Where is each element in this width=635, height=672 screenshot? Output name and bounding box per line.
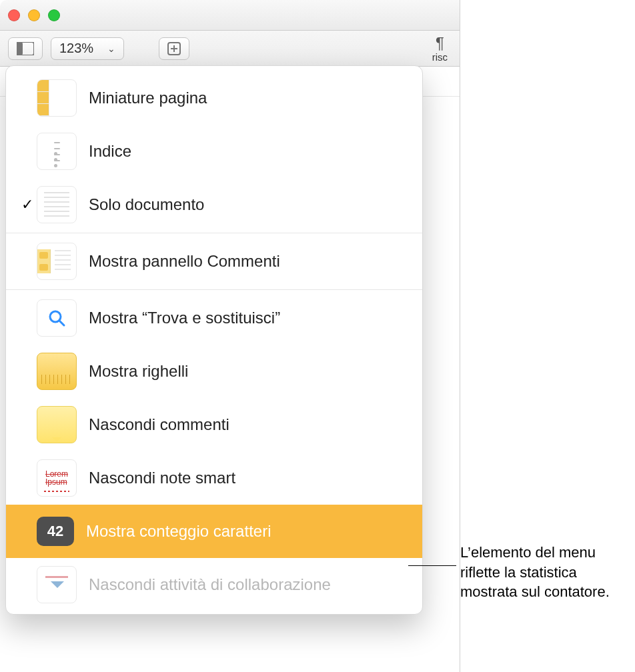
menu-label: Indice — [89, 142, 410, 161]
menu-item-hide-comments[interactable]: Nascondi commenti — [6, 398, 422, 451]
collaboration-icon — [37, 566, 77, 603]
menu-item-show-comments-panel[interactable]: Mostra pannello Commenti — [6, 235, 422, 288]
traffic-lights — [8, 9, 60, 21]
ruler-icon — [37, 353, 77, 390]
search-icon — [37, 299, 77, 337]
menu-divider — [6, 233, 422, 233]
thumbnails-icon — [37, 79, 77, 117]
zoom-value: 123% — [59, 41, 93, 56]
toolbar: 123% ⌄ ¶ risc — [0, 31, 460, 67]
menu-label: Nascondi note smart — [89, 469, 410, 487]
menu-item-table-of-contents[interactable]: Indice — [6, 125, 422, 178]
svg-rect-1 — [17, 42, 23, 55]
sticky-note-icon — [37, 406, 77, 443]
menu-divider — [6, 289, 422, 290]
menu-item-show-character-count[interactable]: 42 Mostra conteggio caratteri — [6, 505, 422, 558]
menu-label: Mostra pannello Commenti — [89, 252, 410, 271]
menu-label: Nascondi attività di collaborazione — [89, 575, 410, 594]
smart-annotations-icon: LoremIpsum — [37, 459, 77, 497]
menu-label: Miniature pagina — [89, 89, 410, 107]
menu-label: Mostra conteggio caratteri — [86, 522, 410, 541]
menu-label: Mostra “Trova e sostituisci” — [89, 309, 410, 327]
view-menu-button[interactable] — [8, 37, 43, 60]
zoom-selector[interactable]: 123% ⌄ — [51, 37, 124, 60]
menu-item-hide-collaboration-activity: Nascondi attività di collaborazione — [6, 558, 422, 611]
view-menu-popover: Miniature pagina Indice ✓ Solo documento… — [5, 65, 423, 615]
close-window-button[interactable] — [8, 9, 20, 21]
fullscreen-window-button[interactable] — [48, 9, 60, 21]
document-icon — [37, 186, 77, 223]
paragraph-button[interactable]: ¶ risc — [432, 34, 452, 63]
comments-panel-icon — [37, 243, 77, 280]
character-count-icon: 42 — [37, 517, 74, 546]
menu-item-show-rulers[interactable]: Mostra righelli — [6, 345, 422, 398]
checkmark-icon: ✓ — [18, 196, 37, 213]
chevron-down-icon: ⌄ — [107, 43, 115, 54]
menu-item-show-find-replace[interactable]: Mostra “Trova e sostituisci” — [6, 291, 422, 345]
title-bar — [0, 0, 460, 31]
callout-text: L’elemento del menu riflette la statisti… — [460, 543, 627, 602]
menu-item-document-only[interactable]: ✓ Solo documento — [6, 178, 422, 231]
callout-leader-line — [408, 565, 456, 566]
menu-item-hide-smart-annotations[interactable]: LoremIpsum Nascondi note smart — [6, 451, 422, 505]
paragraph-label: risc — [432, 51, 448, 63]
pilcrow-icon: ¶ — [436, 34, 444, 53]
menu-item-page-thumbnails[interactable]: Miniature pagina — [6, 71, 422, 125]
insert-button[interactable] — [159, 37, 189, 60]
minimize-window-button[interactable] — [28, 9, 40, 21]
menu-label: Nascondi commenti — [89, 415, 410, 434]
menu-label: Mostra righelli — [89, 362, 410, 381]
toc-icon — [37, 133, 77, 170]
menu-label: Solo documento — [89, 195, 410, 214]
